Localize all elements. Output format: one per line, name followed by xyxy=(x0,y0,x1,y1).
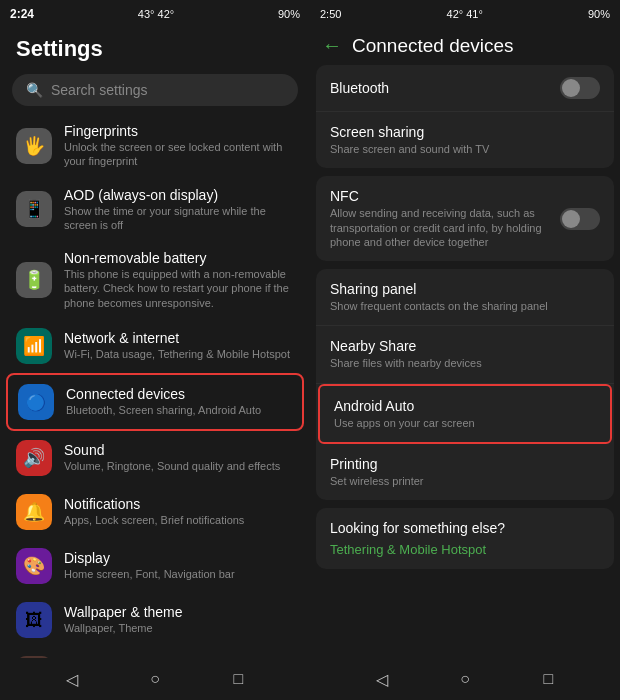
nfc-text: NFC Allow sending and receiving data, su… xyxy=(330,188,550,249)
section-nfc: NFC Allow sending and receiving data, su… xyxy=(316,176,614,261)
notifications-title: Notifications xyxy=(64,496,294,512)
left-back-button[interactable]: ◁ xyxy=(58,665,86,693)
right-nav-bar: ◁ ○ □ xyxy=(310,658,620,700)
android-auto-item[interactable]: Android Auto Use apps on your car screen xyxy=(318,384,612,444)
battery-sub: This phone is equipped with a non-remova… xyxy=(64,267,294,310)
left-panel: 2:24 43° 42° 90% Settings 🔍 Search setti… xyxy=(0,0,310,700)
nfc-item[interactable]: NFC Allow sending and receiving data, su… xyxy=(316,176,614,261)
tethering-link[interactable]: Tethering & Mobile Hotspot xyxy=(330,542,600,557)
setting-item-lockscreen[interactable]: 🔒 Lock screen & security xyxy=(6,647,304,658)
aod-sub: Show the time or your signature while th… xyxy=(64,204,294,233)
sharing-panel-item[interactable]: Sharing panel Show frequent contacts on … xyxy=(316,269,614,326)
bluetooth-toggle-knob xyxy=(562,79,580,97)
right-home-button[interactable]: ○ xyxy=(451,665,479,693)
android-auto-sub: Use apps on your car screen xyxy=(334,416,596,430)
aod-text: AOD (always-on display) Show the time or… xyxy=(64,187,294,233)
setting-item-wallpaper[interactable]: 🖼 Wallpaper & theme Wallpaper, Theme xyxy=(6,593,304,647)
notifications-text: Notifications Apps, Lock screen, Brief n… xyxy=(64,496,294,527)
setting-item-fingerprints[interactable]: 🖐 Fingerprints Unlock the screen or see … xyxy=(6,114,304,178)
right-content: Bluetooth Screen sharing Share screen an… xyxy=(310,65,620,658)
wallpaper-title: Wallpaper & theme xyxy=(64,604,294,620)
display-text: Display Home screen, Font, Navigation ba… xyxy=(64,550,294,581)
right-title: Connected devices xyxy=(352,35,514,57)
section-sharing: Sharing panel Show frequent contacts on … xyxy=(316,269,614,500)
setting-item-battery[interactable]: 🔋 Non-removable battery This phone is eq… xyxy=(6,241,304,319)
sound-text: Sound Volume, Ringtone, Sound quality an… xyxy=(64,442,294,473)
bluetooth-item[interactable]: Bluetooth xyxy=(316,65,614,112)
back-arrow-icon[interactable]: ← xyxy=(322,34,342,57)
right-recent-button[interactable]: □ xyxy=(534,665,562,693)
bluetooth-title: Bluetooth xyxy=(330,80,550,96)
left-signal: 43° 42° xyxy=(138,8,174,20)
sound-title: Sound xyxy=(64,442,294,458)
setting-item-connected[interactable]: 🔵 Connected devices Bluetooth, Screen sh… xyxy=(6,373,304,431)
right-header: ← Connected devices xyxy=(310,28,620,65)
setting-item-notifications[interactable]: 🔔 Notifications Apps, Lock screen, Brief… xyxy=(6,485,304,539)
network-title: Network & internet xyxy=(64,330,294,346)
left-status-bar: 2:24 43° 42° 90% xyxy=(0,0,310,28)
right-time: 2:50 xyxy=(320,8,341,20)
android-auto-text: Android Auto Use apps on your car screen xyxy=(334,398,596,430)
setting-item-aod[interactable]: 📱 AOD (always-on display) Show the time … xyxy=(6,178,304,242)
nfc-toggle[interactable] xyxy=(560,208,600,230)
sharing-panel-sub: Show frequent contacts on the sharing pa… xyxy=(330,299,600,313)
network-text: Network & internet Wi-Fi, Data usage, Te… xyxy=(64,330,294,361)
right-panel: 2:50 42° 41° 90% ← Connected devices Blu… xyxy=(310,0,620,700)
nfc-toggle-knob xyxy=(562,210,580,228)
sound-sub: Volume, Ringtone, Sound quality and effe… xyxy=(64,459,294,473)
right-back-button[interactable]: ◁ xyxy=(368,665,396,693)
printing-sub: Set wireless printer xyxy=(330,474,600,488)
left-nav-bar: ◁ ○ □ xyxy=(0,658,310,700)
nfc-sub: Allow sending and receiving data, such a… xyxy=(330,206,550,249)
settings-title: Settings xyxy=(0,28,310,70)
left-battery: 90% xyxy=(278,8,300,20)
section-bluetooth: Bluetooth Screen sharing Share screen an… xyxy=(316,65,614,168)
bluetooth-text: Bluetooth xyxy=(330,80,550,96)
network-sub: Wi-Fi, Data usage, Tethering & Mobile Ho… xyxy=(64,347,294,361)
android-auto-title: Android Auto xyxy=(334,398,596,414)
sharing-panel-title: Sharing panel xyxy=(330,281,600,297)
setting-item-network[interactable]: 📶 Network & internet Wi-Fi, Data usage, … xyxy=(6,319,304,373)
right-status-bar: 2:50 42° 41° 90% xyxy=(310,0,620,28)
left-home-button[interactable]: ○ xyxy=(141,665,169,693)
search-bar[interactable]: 🔍 Search settings xyxy=(12,74,298,106)
right-battery: 90% xyxy=(588,8,610,20)
fingerprints-text: Fingerprints Unlock the screen or see lo… xyxy=(64,123,294,169)
setting-item-display[interactable]: 🎨 Display Home screen, Font, Navigation … xyxy=(6,539,304,593)
screen-sharing-item[interactable]: Screen sharing Share screen and sound wi… xyxy=(316,112,614,168)
screen-sharing-title: Screen sharing xyxy=(330,124,600,140)
looking-section: Looking for something else? Tethering & … xyxy=(316,508,614,569)
battery-text: Non-removable battery This phone is equi… xyxy=(64,250,294,310)
screen-sharing-sub: Share screen and sound with TV xyxy=(330,142,600,156)
network-icon: 📶 xyxy=(16,328,52,364)
connected-text: Connected devices Bluetooth, Screen shar… xyxy=(66,386,292,417)
connected-icon: 🔵 xyxy=(18,384,54,420)
nearby-share-title: Nearby Share xyxy=(330,338,600,354)
fingerprints-sub: Unlock the screen or see locked content … xyxy=(64,140,294,169)
printing-text: Printing Set wireless printer xyxy=(330,456,600,488)
connected-sub: Bluetooth, Screen sharing, Android Auto xyxy=(66,403,292,417)
printing-title: Printing xyxy=(330,456,600,472)
display-sub: Home screen, Font, Navigation bar xyxy=(64,567,294,581)
sound-icon: 🔊 xyxy=(16,440,52,476)
notifications-icon: 🔔 xyxy=(16,494,52,530)
settings-list: 🖐 Fingerprints Unlock the screen or see … xyxy=(0,114,310,658)
aod-title: AOD (always-on display) xyxy=(64,187,294,203)
left-recent-button[interactable]: □ xyxy=(224,665,252,693)
notifications-sub: Apps, Lock screen, Brief notifications xyxy=(64,513,294,527)
aod-icon: 📱 xyxy=(16,191,52,227)
nearby-share-text: Nearby Share Share files with nearby dev… xyxy=(330,338,600,370)
sharing-panel-text: Sharing panel Show frequent contacts on … xyxy=(330,281,600,313)
search-icon: 🔍 xyxy=(26,82,43,98)
setting-item-sound[interactable]: 🔊 Sound Volume, Ringtone, Sound quality … xyxy=(6,431,304,485)
fingerprints-title: Fingerprints xyxy=(64,123,294,139)
battery-title: Non-removable battery xyxy=(64,250,294,266)
printing-item[interactable]: Printing Set wireless printer xyxy=(316,444,614,500)
battery-icon: 🔋 xyxy=(16,262,52,298)
display-icon: 🎨 xyxy=(16,548,52,584)
right-signal: 42° 41° xyxy=(447,8,483,20)
nearby-share-sub: Share files with nearby devices xyxy=(330,356,600,370)
connected-title: Connected devices xyxy=(66,386,292,402)
bluetooth-toggle[interactable] xyxy=(560,77,600,99)
nearby-share-item[interactable]: Nearby Share Share files with nearby dev… xyxy=(316,326,614,383)
